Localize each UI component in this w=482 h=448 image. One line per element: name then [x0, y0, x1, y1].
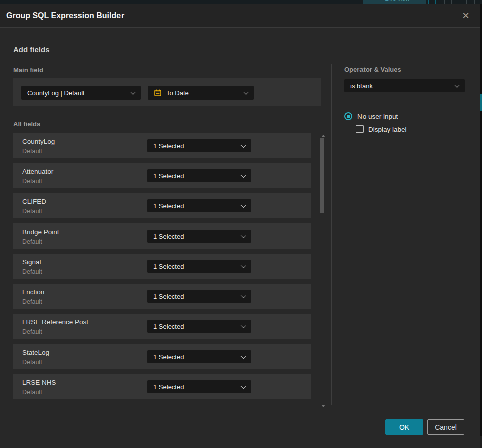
- date-type-select[interactable]: To Date: [148, 86, 254, 100]
- toolbar-icon-fragment: [474, 0, 475, 4]
- live-view-label: Live view: [385, 0, 409, 2]
- scrollbar-up-arrow-icon[interactable]: [321, 135, 325, 137]
- toolbar-icon-fragment: [466, 0, 467, 4]
- chevron-down-icon: [241, 203, 246, 208]
- field-name: Attenuator: [22, 168, 53, 175]
- scrollbar-thumb[interactable]: [320, 138, 324, 213]
- toolbar-icon-fragment: [451, 0, 452, 4]
- background-page-strip: Live view: [0, 0, 482, 4]
- main-field-select[interactable]: CountyLog | Default: [21, 86, 141, 100]
- field-subtitle: Default: [22, 298, 42, 305]
- date-type-select-value: To Date: [166, 89, 189, 97]
- chevron-down-icon: [241, 263, 246, 268]
- field-values-select-value: 1 Selected: [153, 263, 184, 270]
- field-row: Bridge Point Default 1 Selected: [13, 223, 311, 249]
- field-values-select-value: 1 Selected: [153, 293, 184, 300]
- field-name: LRSE NHS: [22, 379, 56, 386]
- field-subtitle: Default: [22, 178, 42, 185]
- all-fields-list: CountyLog Default 1 Selected Attenuator …: [13, 133, 311, 404]
- chevron-down-icon: [241, 323, 246, 328]
- field-values-select[interactable]: 1 Selected: [147, 290, 251, 303]
- field-values-select-value: 1 Selected: [153, 353, 184, 361]
- field-row: LRSE NHS Default 1 Selected: [13, 374, 311, 399]
- main-field-label: Main field: [13, 66, 43, 74]
- ok-button[interactable]: OK: [385, 419, 423, 435]
- display-label-text: Display label: [368, 126, 407, 133]
- field-values-select[interactable]: 1 Selected: [147, 169, 251, 182]
- background-teal-fragment: [480, 94, 482, 111]
- cancel-button[interactable]: Cancel: [427, 419, 464, 435]
- field-row: Signal Default 1 Selected: [13, 254, 311, 279]
- field-values-select[interactable]: 1 Selected: [147, 199, 251, 212]
- operator-values-label: Operator & Values: [344, 66, 401, 73]
- chevron-down-icon: [241, 143, 246, 148]
- operator-select-value: is blank: [350, 82, 373, 90]
- display-label-checkbox[interactable]: [356, 125, 364, 133]
- field-name: Signal: [22, 258, 41, 266]
- field-subtitle: Default: [22, 208, 42, 215]
- toolbar-icon-fragment: [428, 0, 429, 4]
- field-name: LRSE Reference Post: [22, 318, 88, 326]
- chevron-down-icon: [241, 233, 246, 238]
- field-subtitle: Default: [22, 268, 42, 275]
- field-row: CountyLog Default 1 Selected: [13, 133, 311, 158]
- scrollbar-down-arrow-icon[interactable]: [321, 405, 325, 407]
- field-name: CLIFED: [22, 198, 46, 205]
- field-name: StateLog: [22, 349, 49, 356]
- field-subtitle: Default: [22, 359, 42, 366]
- field-values-select[interactable]: 1 Selected: [147, 350, 251, 363]
- field-values-select[interactable]: 1 Selected: [147, 380, 251, 393]
- field-subtitle: Default: [22, 389, 42, 396]
- field-values-select-value: 1 Selected: [153, 202, 184, 210]
- chevron-down-icon: [241, 173, 246, 178]
- field-values-select-value: 1 Selected: [153, 383, 184, 391]
- main-field-box: CountyLog | Default To Date: [13, 78, 321, 106]
- field-subtitle: Default: [22, 238, 42, 245]
- field-values-select-value: 1 Selected: [153, 323, 184, 330]
- field-row: Friction Default 1 Selected: [13, 284, 311, 309]
- field-name: Bridge Point: [22, 228, 59, 236]
- vertical-divider: [331, 64, 332, 405]
- chevron-down-icon: [241, 384, 246, 389]
- calendar-icon: [154, 89, 162, 97]
- field-values-select[interactable]: 1 Selected: [147, 260, 251, 273]
- field-subtitle: Default: [22, 328, 42, 335]
- chevron-down-icon: [131, 90, 136, 95]
- field-values-select[interactable]: 1 Selected: [147, 320, 251, 333]
- field-name: Friction: [22, 288, 44, 296]
- dialog-header: Group SQL Expression Builder ✕: [0, 4, 480, 28]
- operator-select[interactable]: is blank: [344, 79, 465, 92]
- field-row: CLIFED Default 1 Selected: [13, 193, 311, 218]
- live-view-button[interactable]: Live view: [363, 0, 426, 4]
- chevron-down-icon: [244, 90, 249, 95]
- chevron-down-icon: [455, 83, 460, 88]
- field-values-select[interactable]: 1 Selected: [147, 230, 251, 243]
- field-name: CountyLog: [22, 138, 55, 145]
- toolbar-icon-fragment: [435, 0, 436, 4]
- field-row: LRSE Reference Post Default 1 Selected: [13, 314, 311, 339]
- field-row: Attenuator Default 1 Selected: [13, 163, 311, 188]
- field-subtitle: Default: [22, 148, 42, 155]
- no-user-input-label: No user input: [357, 113, 398, 120]
- dialog-title: Group SQL Expression Builder: [6, 4, 124, 28]
- no-user-input-radio[interactable]: [344, 112, 352, 120]
- chevron-down-icon: [241, 354, 246, 359]
- main-field-select-value: CountyLog | Default: [27, 89, 85, 97]
- field-values-select-value: 1 Selected: [153, 172, 184, 180]
- field-values-select[interactable]: 1 Selected: [147, 139, 251, 152]
- radio-selected-dot: [347, 115, 350, 118]
- chevron-down-icon: [241, 293, 246, 298]
- add-fields-heading: Add fields: [13, 45, 50, 54]
- all-fields-label: All fields: [13, 120, 40, 128]
- close-icon[interactable]: ✕: [460, 4, 472, 28]
- background-light-fragment: [480, 436, 482, 448]
- dialog-group-sql-expression-builder: Group SQL Expression Builder ✕ Add field…: [0, 4, 480, 448]
- toolbar-icon-fragment: [444, 0, 445, 4]
- field-values-select-value: 1 Selected: [153, 142, 184, 150]
- background-page-edge: [480, 4, 482, 448]
- field-row: StateLog Default 1 Selected: [13, 344, 311, 369]
- field-values-select-value: 1 Selected: [153, 233, 184, 240]
